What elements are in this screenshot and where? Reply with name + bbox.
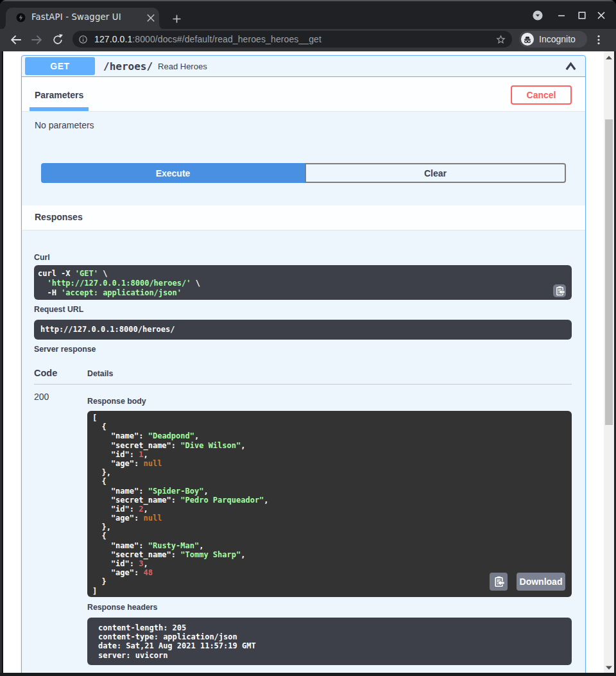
browser-window: FastAPI - Swagger UI [0, 0, 616, 676]
window-border-left [0, 51, 3, 673]
code-line: http://127.0.0.1:8000/heroes/ [40, 325, 565, 334]
code-line: "age": null [92, 459, 567, 468]
scrollbar-thumb[interactable] [605, 119, 613, 425]
opblock-summary[interactable]: GET /heroes/ Read Heroes [22, 56, 585, 77]
code-line: curl -X 'GET' \ [38, 269, 565, 279]
minimize-icon [557, 11, 566, 20]
triangle-down-icon [606, 666, 612, 670]
code-line: server: uvicorn [98, 651, 565, 660]
code-line: date: Sat,21 Aug 2021 11:57:19 GMT [98, 641, 565, 650]
response-table-header: Code Details [34, 368, 572, 385]
close-x-icon [597, 11, 606, 20]
copy-curl-button[interactable] [553, 284, 566, 297]
spy-icon [522, 34, 533, 44]
star-icon [495, 34, 506, 45]
site-info-icon[interactable] [78, 35, 88, 44]
code-line: "secret_name": "Pedro Parqueador", [92, 496, 567, 505]
responses-body: Curl curl -X 'GET' \ 'http://127.0.0.1:8… [22, 230, 585, 665]
method-badge: GET [25, 57, 95, 75]
tab-strip: FastAPI - Swagger UI [0, 0, 616, 29]
endpoint-summary: Read Heroes [158, 62, 207, 71]
cancel-button[interactable]: Cancel [511, 85, 572, 105]
status-code: 200 [34, 385, 87, 665]
close-icon [147, 14, 155, 22]
window-minimize-button[interactable] [553, 7, 570, 24]
endpoint-path: /heroes/ [103, 60, 153, 73]
new-tab-button[interactable] [168, 10, 185, 27]
response-body-json: [ { "name": "Deadpond", "secret_name": "… [87, 411, 572, 597]
tab-active-underline [30, 107, 89, 111]
code-line: "name": "Deadpond", [92, 431, 567, 440]
code-line: { [92, 422, 567, 431]
browser-tab[interactable]: FastAPI - Swagger UI [6, 8, 159, 30]
window-border-bottom [0, 673, 616, 676]
code-line: }, [92, 468, 567, 477]
code-line: { [92, 477, 567, 486]
collapse-chevron-icon[interactable] [565, 61, 576, 72]
code-line: content-type: application/json [98, 632, 565, 641]
url-text[interactable]: 127.0.0.1:8000/docs#/default/read_heroes… [94, 34, 495, 44]
execute-button[interactable]: Execute [41, 163, 305, 183]
details-column-header: Details [87, 369, 113, 378]
window-maximize-button[interactable] [574, 7, 590, 24]
reload-icon [51, 33, 64, 46]
incognito-icon [521, 33, 534, 46]
copy-response-button[interactable] [490, 573, 508, 591]
execute-row: Execute Clear [41, 163, 566, 183]
code-line: -H 'accept: application/json' [38, 288, 565, 298]
code-line: "age": null [92, 514, 567, 523]
maximize-icon [578, 11, 586, 20]
tab-close-icon[interactable] [145, 12, 157, 24]
bookmark-star-icon[interactable] [495, 34, 506, 45]
info-icon [78, 35, 88, 44]
copy-clipboard-icon [555, 286, 565, 296]
code-line: "id": 1, [92, 450, 567, 459]
three-dots-icon [594, 35, 604, 45]
opblock-get-heroes: GET /heroes/ Read Heroes Parameters Canc… [21, 55, 586, 673]
response-body-actions: Download [490, 573, 565, 591]
chevron-up-icon [565, 61, 576, 72]
triangle-up-icon [606, 56, 612, 60]
tab-search-button[interactable] [529, 7, 546, 24]
url-path: :8000/docs#/default/read_heroes_heroes__… [132, 34, 321, 44]
window-close-button[interactable] [593, 7, 610, 24]
tab-parameters[interactable]: Parameters [35, 90, 83, 100]
code-line: content-length: 205 [98, 623, 565, 632]
back-button[interactable] [7, 31, 25, 49]
browser-toolbar: 127.0.0.1:8000/docs#/default/read_heroes… [0, 29, 616, 51]
code-line: "secret_name": "Tommy Sharp", [92, 550, 567, 559]
clear-button[interactable]: Clear [305, 163, 566, 183]
response-headers-value: content-length: 205content-type: applica… [87, 618, 572, 665]
fastapi-favicon-icon [15, 12, 26, 23]
responses-header: Responses [22, 205, 585, 230]
response-body-label: Response body [87, 397, 572, 406]
code-line: }, [92, 523, 567, 532]
vertical-scrollbar[interactable] [604, 51, 614, 673]
curl-command: curl -X 'GET' \ 'http://127.0.0.1:8000/h… [34, 265, 572, 300]
code-line: { [92, 532, 567, 541]
url-host: 127.0.0.1 [94, 34, 132, 44]
code-line: [ [92, 413, 567, 422]
incognito-badge: Incognito [519, 31, 587, 48]
response-table-row: 200 Response body [ { "name": "Deadpond"… [34, 385, 572, 665]
curl-label: Curl [34, 230, 572, 262]
scroll-down-arrow[interactable] [604, 663, 614, 673]
address-bar[interactable]: 127.0.0.1:8000/docs#/default/read_heroes… [73, 31, 512, 48]
plus-icon [173, 15, 181, 23]
chevron-down-circle-icon [533, 10, 543, 21]
code-line: "secret_name": "Dive Wilson", [92, 441, 567, 450]
parameters-header: Parameters Cancel [22, 77, 585, 112]
page-content: GET /heroes/ Read Heroes Parameters Canc… [3, 51, 604, 673]
tab-title: FastAPI - Swagger UI [31, 12, 145, 22]
code-line: "id": 3, [92, 559, 567, 568]
no-parameters-text: No parameters [22, 112, 585, 130]
reload-button[interactable] [49, 31, 67, 49]
code-line: "id": 2, [92, 505, 567, 514]
scroll-up-arrow[interactable] [604, 53, 614, 63]
copy-clipboard-icon [493, 576, 504, 587]
code-column-header: Code [34, 368, 87, 378]
browser-menu-icon[interactable] [590, 31, 608, 49]
forward-button[interactable] [28, 31, 46, 49]
download-button[interactable]: Download [517, 573, 565, 591]
server-response-label: Server response [34, 345, 572, 354]
